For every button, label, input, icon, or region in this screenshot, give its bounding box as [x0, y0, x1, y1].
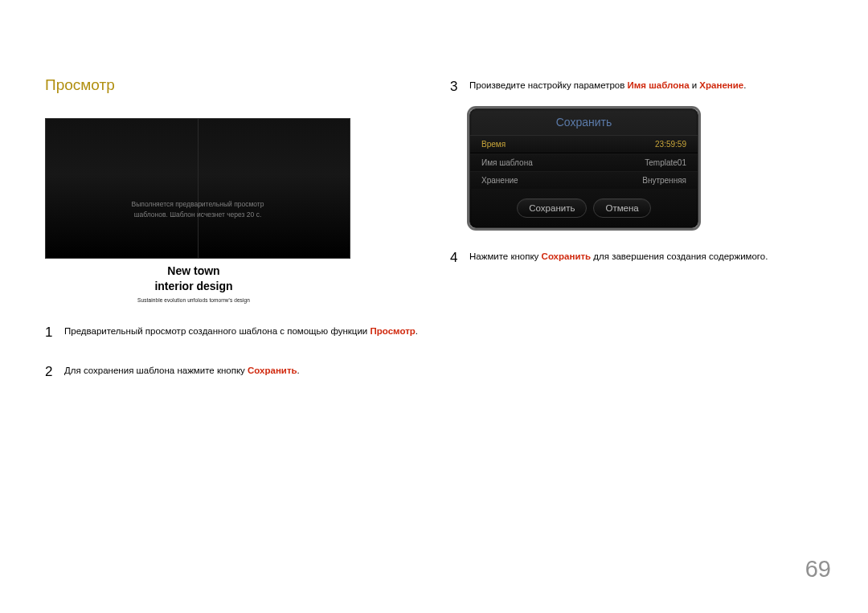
- caption-line1: New town: [45, 264, 342, 279]
- row-value: 23:59:59: [655, 140, 686, 149]
- row-value: Внутренняя: [642, 176, 686, 185]
- preview-screenshot: Выполняется предварительный просмотр шаб…: [45, 118, 350, 259]
- save-dialog: Сохранить Время 23:59:59 Имя шаблона Tem…: [469, 108, 698, 228]
- save-button[interactable]: Сохранить: [517, 198, 587, 218]
- step2-text-a: Для сохранения шаблона нажмите кнопку: [64, 366, 248, 375]
- step-text: Произведите настройку параметров Имя шаб…: [469, 76, 823, 92]
- step3-text-a: Произведите настройку параметров: [469, 80, 628, 90]
- keyword-template-name: Имя шаблона: [628, 80, 690, 90]
- step-text: Нажмите кнопку Сохранить для завершения …: [469, 247, 823, 264]
- preview-divider: [198, 119, 199, 258]
- section-title: Просмотр: [45, 76, 418, 94]
- keyword-save: Сохранить: [542, 251, 592, 261]
- caption-line2: interior design: [45, 279, 342, 294]
- keyword-save: Сохранить: [248, 366, 297, 375]
- dialog-row-time[interactable]: Время 23:59:59: [470, 135, 698, 153]
- caption-sub: Sustainble evolution unfolods tomorrw's …: [45, 297, 342, 303]
- step-number: 4: [450, 247, 469, 268]
- cancel-button[interactable]: Отмена: [593, 198, 650, 218]
- step-3: 3 Произведите настройку параметров Имя ш…: [450, 76, 823, 97]
- step-number: 3: [450, 76, 469, 97]
- step3-dot: .: [743, 80, 746, 90]
- page-number: 69: [805, 556, 831, 582]
- step-4: 4 Нажмите кнопку Сохранить для завершени…: [450, 247, 823, 268]
- step3-mid: и: [690, 80, 700, 90]
- dialog-row-storage[interactable]: Хранение Внутренняя: [470, 171, 698, 189]
- preview-caption: New town interior design Sustainble evol…: [45, 264, 342, 303]
- step4-text-b: для завершения создания содержимого.: [591, 251, 768, 261]
- step-number: 1: [45, 322, 64, 343]
- row-value: Template01: [645, 158, 686, 167]
- step1-text-a: Предварительный просмотр созданного шабл…: [64, 326, 370, 336]
- step1-dot: .: [416, 326, 418, 336]
- step-2: 2 Для сохранения шаблона нажмите кнопку …: [45, 362, 418, 382]
- row-label: Имя шаблона: [481, 158, 533, 167]
- keyword-storage: Хранение: [699, 80, 743, 90]
- preview-toast-line1: Выполняется предварительный просмотр: [132, 199, 264, 210]
- keyword-preview: Просмотр: [370, 326, 415, 336]
- step2-dot: .: [297, 366, 300, 375]
- dialog-title: Сохранить: [470, 116, 698, 129]
- preview-toast-line2: шаблонов. Шаблон исчезнет через 20 с.: [132, 210, 264, 220]
- row-label: Хранение: [481, 176, 518, 185]
- preview-toast: Выполняется предварительный просмотр шаб…: [132, 199, 264, 220]
- step-1: 1 Предварительный просмотр созданного ша…: [45, 322, 418, 343]
- step-text: Предварительный просмотр созданного шабл…: [64, 322, 418, 338]
- step-text: Для сохранения шаблона нажмите кнопку Со…: [64, 362, 418, 378]
- step-number: 2: [45, 362, 64, 382]
- dialog-row-template-name[interactable]: Имя шаблона Template01: [470, 153, 698, 171]
- row-label: Время: [481, 140, 506, 149]
- step4-text-a: Нажмите кнопку: [469, 251, 542, 261]
